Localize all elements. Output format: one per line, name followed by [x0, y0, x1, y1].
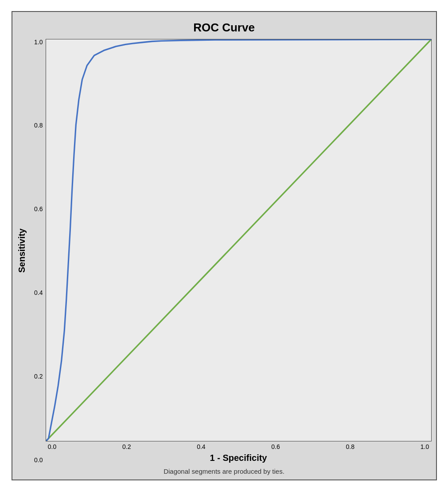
plot-area	[46, 39, 432, 441]
plot-and-xaxis: 0.00.20.40.60.81.0 1 - Specificity	[46, 39, 432, 463]
y-ticks: 0.00.20.40.60.81.0	[28, 39, 46, 463]
y-axis-label: Sensitivity	[17, 228, 27, 273]
chart-title: ROC Curve	[193, 21, 255, 35]
x-tick-label: 0.6	[269, 443, 282, 450]
footnote: Diagonal segments are produced by ties.	[164, 468, 284, 475]
x-axis-label: 1 - Specificity	[46, 453, 432, 463]
y-tick-label: 0.2	[34, 373, 43, 379]
y-tick-label: 0.6	[34, 206, 43, 212]
chart-container: ROC Curve Sensitivity 0.00.20.40.60.81.0	[12, 11, 437, 480]
x-tick-label: 0.8	[343, 443, 357, 450]
y-tick-label: 0.8	[34, 122, 43, 128]
x-tick-label: 1.0	[418, 443, 431, 450]
chart-svg	[46, 39, 431, 441]
y-tick-label: 0.4	[34, 290, 43, 296]
x-tick-label: 0.4	[195, 443, 208, 450]
y-ticks-and-plot: 0.00.20.40.60.81.0 0.00.20.40.60.81.0 1 …	[28, 39, 432, 463]
y-tick-label: 1.0	[34, 39, 43, 45]
x-tick-label: 0.2	[120, 443, 133, 450]
chart-body: Sensitivity 0.00.20.40.60.81.0 0.00.20.4…	[17, 39, 432, 463]
y-tick-label: 0.0	[34, 457, 43, 463]
x-ticks: 0.00.20.40.60.81.0	[46, 443, 432, 450]
x-tick-label: 0.0	[46, 443, 59, 450]
svg-line-0	[46, 39, 431, 441]
